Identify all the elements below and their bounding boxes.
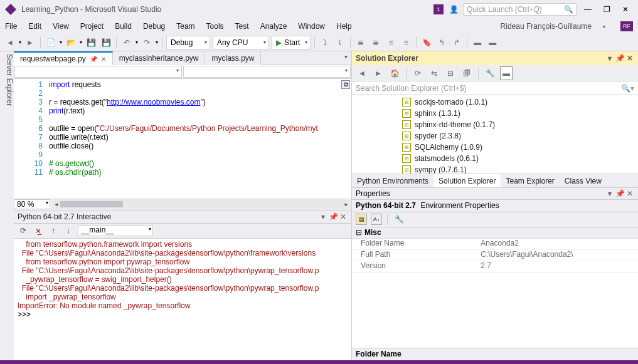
tool-2[interactable]: ≣ <box>370 36 382 49</box>
tab-2[interactable]: myclass.pyw <box>205 51 261 65</box>
zoom-select[interactable]: 80 % <box>14 199 50 209</box>
restore-button[interactable]: ❐ <box>599 3 614 16</box>
menu-edit[interactable]: Edit <box>28 22 41 31</box>
pin-icon[interactable]: 📌 <box>90 56 97 63</box>
package-item[interactable]: ⊞spyder (2.3.8) <box>352 130 638 142</box>
menu-build[interactable]: Build <box>115 22 132 31</box>
solution-explorer-header[interactable]: Solution Explorer ▾📌✕ <box>352 51 638 65</box>
panel-tab[interactable]: Team Explorer <box>501 174 559 188</box>
undo-button[interactable]: ↶ <box>120 36 133 49</box>
open-file-button[interactable]: 📂 <box>65 36 77 49</box>
close-button[interactable]: ✕ <box>618 3 633 16</box>
tool-5[interactable]: ▬ <box>471 36 484 49</box>
bookmark-icon[interactable]: 🔖 <box>420 36 433 49</box>
dropdown-icon[interactable]: ▾ <box>319 212 327 221</box>
panel-tab[interactable]: Class View <box>560 174 607 188</box>
solution-tree[interactable]: ⊞sockjs-tornado (1.0.1)⊞sphinx (1.3.1)⊞s… <box>352 95 638 174</box>
alphabetical-button[interactable]: A↓ <box>371 214 382 225</box>
home-icon[interactable]: 🏠 <box>388 66 401 80</box>
menu-analyze[interactable]: Analyze <box>260 22 287 31</box>
dropdown-icon[interactable]: ▾ <box>605 54 614 63</box>
back-icon[interactable]: ◄ <box>356 66 368 80</box>
package-item[interactable]: ⊞sympy (0.7.6.1) <box>352 164 638 174</box>
tool-6[interactable]: ▬ <box>486 36 499 49</box>
dropdown-icon[interactable]: ▾ <box>605 189 614 198</box>
menu-project[interactable]: Project <box>80 22 104 31</box>
package-item[interactable]: ⊞sphinx (1.3.1) <box>352 108 638 119</box>
nav-member-select[interactable] <box>183 66 351 78</box>
menu-window[interactable]: Window <box>298 22 325 31</box>
pin-icon[interactable]: 📌 <box>615 54 624 63</box>
horizontal-scrollbar[interactable]: ◄► <box>53 200 350 209</box>
server-explorer-sidebar[interactable]: Server Explorer <box>0 51 14 360</box>
package-item[interactable]: ⊞statsmodels (0.6.1) <box>352 153 638 164</box>
property-pages-icon[interactable]: 🔧 <box>393 212 405 226</box>
collapse-icon[interactable]: ⊟ <box>444 66 457 80</box>
solution-search-input[interactable]: Search Solution Explorer (Ctrl+$) 🔍▾ <box>352 81 638 95</box>
menu-test[interactable]: Test <box>235 22 249 31</box>
refresh-icon[interactable]: ⟳ <box>412 66 424 80</box>
step-over-button[interactable]: ⤹ <box>334 36 346 49</box>
property-row[interactable]: Version2.7 <box>352 261 638 273</box>
prev-bookmark-icon[interactable]: ↰ <box>435 36 448 49</box>
close-tab-icon[interactable]: ✕ <box>101 56 106 63</box>
start-button[interactable]: ▶Start <box>272 36 311 49</box>
interactive-panel-header[interactable]: Python 64-bit 2.7 Interactive ▾📌✕ <box>14 210 351 224</box>
config-select[interactable]: Debug <box>166 36 210 49</box>
user-avatar[interactable]: RF <box>620 21 633 31</box>
properties-header[interactable]: Properties ▾📌✕ <box>352 187 638 200</box>
redo-button[interactable]: ↷ <box>141 36 153 49</box>
tool-3[interactable]: ≡ <box>385 36 397 49</box>
panel-tab[interactable]: Solution Explorer <box>433 174 501 188</box>
forward-button[interactable]: ► <box>24 36 36 49</box>
back-button[interactable]: ◄ <box>4 36 16 49</box>
package-item[interactable]: ⊞sphinx-rtd-theme (0.1.7) <box>352 119 638 130</box>
history-down-button[interactable]: ↓ <box>63 225 74 236</box>
tab-1[interactable]: myclassinheritance.pyw <box>113 51 206 65</box>
step-into-button[interactable]: ⤵ <box>319 36 331 49</box>
new-project-button[interactable]: 📄 <box>45 36 57 49</box>
pin-icon[interactable]: 📌 <box>329 212 338 221</box>
expand-icon[interactable]: ⧉ <box>341 80 350 89</box>
save-all-button[interactable]: 💾 <box>100 36 112 49</box>
interactive-output[interactable]: from tensorflow.python.framework import … <box>14 239 351 361</box>
next-bookmark-icon[interactable]: ↱ <box>450 36 463 49</box>
reset-button[interactable]: ⟳ <box>18 225 29 236</box>
close-icon[interactable]: ✕ <box>625 189 634 198</box>
categorized-button[interactable]: ▤ <box>356 214 367 225</box>
property-row[interactable]: Folder NameAnaconda2 <box>352 239 638 250</box>
quick-launch-input[interactable]: Quick Launch (Ctrl+Q) 🔍 <box>464 3 577 16</box>
menu-help[interactable]: Help <box>336 22 352 31</box>
tab-overflow-icon[interactable]: ▾ <box>341 51 351 65</box>
forward-icon[interactable]: ► <box>372 66 385 80</box>
preview-icon[interactable]: ▬ <box>500 66 513 80</box>
package-item[interactable]: ⊞sockjs-tornado (1.0.1) <box>352 96 638 108</box>
panel-tab[interactable]: Python Environments <box>352 174 433 188</box>
tool-1[interactable]: ≣ <box>354 36 367 49</box>
clear-button[interactable]: ⨯̲ <box>33 225 44 236</box>
nav-scope-select[interactable] <box>14 66 182 78</box>
close-icon[interactable]: ✕ <box>625 54 634 63</box>
tool-4[interactable]: ≡ <box>400 36 412 49</box>
menu-file[interactable]: File <box>5 22 17 31</box>
close-icon[interactable]: ✕ <box>339 212 348 221</box>
user-dropdown-icon[interactable]: ▾ <box>603 24 605 29</box>
property-row[interactable]: Full PathC:\Users\Fagui\Anaconda2\ <box>352 250 638 261</box>
feedback-icon[interactable]: 👤 <box>447 3 460 16</box>
scope-select[interactable]: __main__ <box>78 225 153 236</box>
menu-tools[interactable]: Tools <box>206 22 224 31</box>
platform-select[interactable]: Any CPU <box>213 36 269 49</box>
save-button[interactable]: 💾 <box>85 36 97 49</box>
package-item[interactable]: ⊞SQLAlchemy (1.0.9) <box>352 142 638 153</box>
menu-team[interactable]: Team <box>176 22 194 31</box>
property-category[interactable]: Misc <box>352 227 638 239</box>
menu-view[interactable]: View <box>53 22 69 31</box>
properties-icon[interactable]: 🔧 <box>484 66 496 80</box>
tab-active[interactable]: requestwebpage.py📌✕ <box>14 51 113 65</box>
pin-icon[interactable]: 📌 <box>615 189 624 198</box>
code-editor[interactable]: 1234567891011 import requestsr = request… <box>14 79 351 199</box>
show-all-icon[interactable]: 🗐 <box>460 66 473 80</box>
menu-debug[interactable]: Debug <box>143 22 165 31</box>
minimize-button[interactable]: — <box>580 3 595 16</box>
history-up-button[interactable]: ↑ <box>48 225 59 236</box>
